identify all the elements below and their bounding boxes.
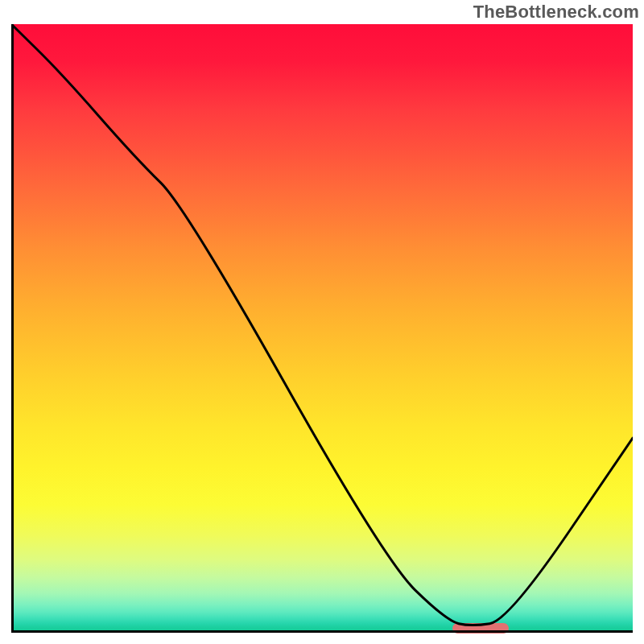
x-axis-line: [11, 630, 633, 633]
bottleneck-curve: [11, 24, 633, 633]
watermark-text: TheBottleneck.com: [473, 2, 639, 23]
y-axis-line: [11, 24, 14, 633]
bottleneck-chart: TheBottleneck.com: [0, 0, 644, 644]
bottleneck-curve-path: [11, 24, 633, 625]
plot-area: [11, 24, 633, 633]
